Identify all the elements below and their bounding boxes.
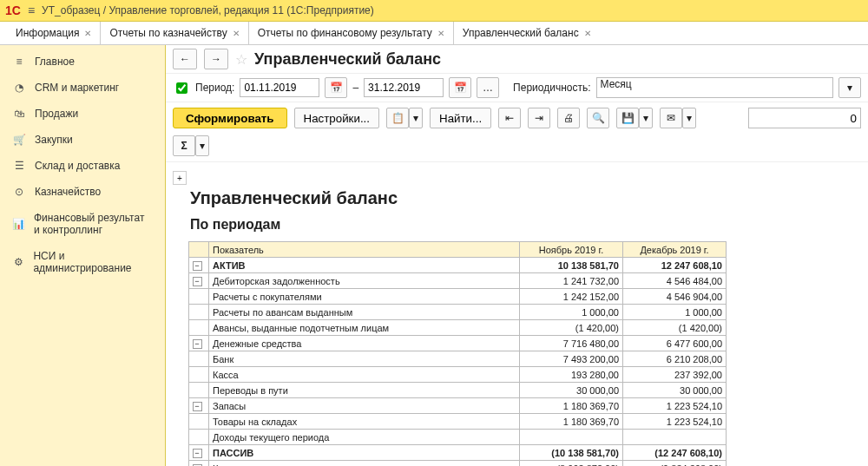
nav-label: Казначейство — [35, 186, 101, 198]
close-icon[interactable]: ✕ — [84, 29, 91, 38]
collapse-groups-icon[interactable]: ⇤ — [498, 108, 521, 128]
row-val-2: 6 210 208,00 — [623, 351, 727, 367]
find-button[interactable]: Найти... — [430, 108, 491, 128]
row-val-2: (9 834 368,00) — [623, 461, 727, 467]
table-row: Доходы текущего периода — [189, 430, 727, 445]
nav-label: НСИ и администрирование — [33, 250, 153, 274]
sigma-icon: Σ — [173, 135, 195, 156]
page-title: Управленческий баланс — [254, 50, 441, 69]
menu-stack-icon[interactable]: ≡ — [28, 3, 35, 17]
row-label: Товары на складах — [209, 414, 520, 430]
nav-label: Главное — [35, 56, 75, 68]
mail-icon: ✉ — [660, 108, 682, 128]
sidebar-item-2[interactable]: 🛍Продажи — [0, 101, 165, 127]
sidebar-item-6[interactable]: 📊Финансовый результат и контроллинг — [0, 205, 165, 243]
report-subtitle: По периодам — [190, 217, 861, 233]
report-area: + Управленческий баланс По периодам Пока… — [166, 162, 868, 466]
sidebar-item-5[interactable]: ⊙Казначейство — [0, 179, 165, 205]
nav-label: Финансовый результат и контроллинг — [34, 212, 153, 236]
period-to-input[interactable] — [364, 78, 444, 97]
sigma-button[interactable]: Σ ▾ — [173, 135, 209, 156]
form-report-button[interactable]: Сформировать — [173, 108, 287, 128]
tab-2[interactable]: Отчеты по финансовому результату✕ — [249, 22, 454, 44]
row-label: ПАССИВ — [209, 445, 520, 461]
numeric-input[interactable] — [748, 108, 861, 128]
expand-all-button[interactable]: + — [173, 171, 187, 185]
favorite-star-icon[interactable]: ☆ — [235, 51, 247, 68]
row-val-1 — [520, 430, 623, 445]
calendar-from-icon[interactable]: 📅 — [325, 77, 347, 98]
chevron-down-icon: ▾ — [409, 108, 423, 128]
row-label: Авансы, выданные подотчетным лицам — [209, 320, 520, 336]
row-val-1: 1 000,00 — [520, 305, 623, 320]
print-icon[interactable]: 🖨 — [557, 108, 580, 128]
tab-label: Управленческий баланс — [463, 27, 579, 39]
page-header: ← → ☆ Управленческий баланс — [166, 45, 868, 74]
row-val-2 — [623, 430, 727, 445]
row-val-2: 4 546 484,00 — [623, 273, 727, 289]
window-title-bar: 1C ≡ УТ_образец / Управление торговлей, … — [0, 0, 868, 22]
table-row: Авансы, выданные подотчетным лицам(1 420… — [189, 320, 727, 336]
nav-forward-button[interactable]: → — [204, 49, 228, 69]
row-label: АКТИВ — [209, 258, 520, 273]
sidebar: ≡Главное◔CRM и маркетинг🛍Продажи🛒Закупки… — [0, 45, 166, 466]
mail-button[interactable]: ✉ ▾ — [660, 108, 696, 128]
row-label: Расчеты по авансам выданным — [209, 305, 520, 320]
sidebar-item-0[interactable]: ≡Главное — [0, 49, 165, 75]
row-label: Касса — [209, 367, 520, 383]
row-val-2: 1 223 524,10 — [623, 414, 727, 430]
toggle-header — [189, 242, 209, 258]
variants-icon: 📋 — [386, 108, 409, 128]
periodicity-dropdown-icon[interactable]: ▾ — [838, 77, 861, 98]
save-button[interactable]: 💾 ▾ — [616, 108, 653, 128]
table-row: Расчеты с покупателями1 242 152,004 546 … — [189, 289, 727, 305]
nav-icon: 🛒 — [12, 134, 26, 146]
nav-icon: ☰ — [12, 160, 26, 172]
row-val-1: 30 000,00 — [520, 383, 623, 398]
tab-1[interactable]: Отчеты по казначейству✕ — [101, 22, 248, 44]
tab-0[interactable]: Информация✕ — [7, 22, 101, 44]
period-from-input[interactable] — [240, 78, 319, 97]
close-icon[interactable]: ✕ — [584, 29, 591, 38]
table-row: Касса193 280,00237 392,00 — [189, 367, 727, 383]
tab-label: Отчеты по финансовому результату — [258, 27, 432, 39]
sidebar-item-7[interactable]: ⚙НСИ и администрирование — [0, 243, 165, 281]
row-toggle[interactable]: − — [193, 402, 202, 411]
sidebar-item-1[interactable]: ◔CRM и маркетинг — [0, 75, 165, 101]
row-val-1: (8 992 872,00) — [520, 461, 623, 467]
row-val-1: (10 138 581,70) — [520, 445, 623, 461]
sidebar-item-3[interactable]: 🛒Закупки — [0, 127, 165, 153]
tab-3[interactable]: Управленческий баланс✕ — [454, 22, 601, 44]
row-toggle[interactable]: − — [193, 339, 202, 349]
row-val-2: 6 477 600,00 — [623, 336, 727, 351]
periodicity-label: Периодичность: — [513, 82, 590, 94]
nav-icon: ⚙ — [12, 256, 24, 268]
row-toggle[interactable]: − — [193, 449, 202, 458]
periodicity-select[interactable]: Месяц — [596, 77, 833, 98]
table-row: Расчеты по авансам выданным1 000,001 000… — [189, 305, 727, 320]
settings-button[interactable]: Настройки... — [294, 108, 379, 128]
close-icon[interactable]: ✕ — [233, 29, 240, 38]
tab-label: Отчеты по казначейству — [109, 27, 227, 39]
calendar-to-icon[interactable]: 📅 — [449, 77, 471, 98]
row-toggle[interactable]: − — [193, 277, 202, 286]
expand-groups-icon[interactable]: ⇥ — [528, 108, 550, 128]
close-icon[interactable]: ✕ — [437, 29, 444, 38]
nav-icon: 🛍 — [12, 108, 26, 120]
row-val-2: 4 546 904,00 — [623, 289, 727, 305]
variants-button[interactable]: 📋 ▾ — [386, 108, 423, 128]
table-row: Товары на складах1 180 369,701 223 524,1… — [189, 414, 727, 430]
table-row: −Запасы1 180 369,701 223 524,10 — [189, 398, 727, 414]
row-toggle[interactable]: − — [193, 261, 202, 271]
row-label: Запасы — [209, 398, 520, 414]
table-row: Переводы в пути30 000,0030 000,00 — [189, 383, 727, 398]
period-checkbox[interactable] — [176, 82, 187, 94]
nav-icon: ≡ — [12, 56, 26, 68]
col-indicator: Показатель — [209, 242, 520, 258]
toolbar: Сформировать Настройки... 📋 ▾ Найти... ⇤… — [166, 102, 868, 162]
period-picker-button[interactable]: … — [477, 77, 499, 98]
sidebar-item-4[interactable]: ☰Склад и доставка — [0, 153, 165, 179]
nav-back-button[interactable]: ← — [173, 49, 197, 69]
preview-icon[interactable]: 🔍 — [587, 108, 609, 128]
chevron-down-icon: ▾ — [682, 108, 696, 128]
